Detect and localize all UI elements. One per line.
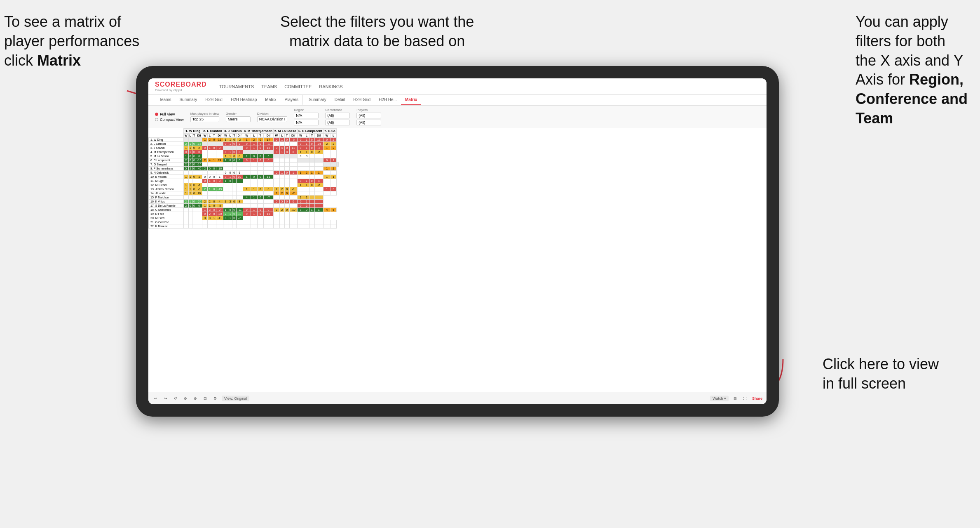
table-row: 17. S De La Fuente2000110-802 [149, 204, 339, 208]
region-filter: Region N/A N/A [294, 108, 319, 125]
players-select-2[interactable]: (All) [356, 120, 381, 125]
refresh-btn[interactable]: ↺ [172, 396, 179, 401]
nav-rankings[interactable]: RANKINGS [319, 83, 342, 90]
sub-nav: Teams Summary H2H Grid H2H Heatmap Matri… [148, 95, 767, 106]
table-row: 10. B Valdes11010001010101001111 [149, 175, 339, 179]
logo: SCOREBOARD Powered by clippd [155, 81, 207, 92]
table-row: 21. G Coetzee [149, 220, 339, 224]
division-filter: Division NCAA Division I [257, 112, 288, 122]
table-row: 9. N Gabrelcik000901011211 [149, 171, 339, 175]
region-select-2[interactable]: N/A [294, 120, 319, 125]
nav-committee[interactable]: COMMITTEE [284, 83, 312, 90]
redo-btn[interactable]: ↪ [162, 396, 169, 401]
share-btn[interactable]: Share [752, 396, 762, 401]
matrix-container: 1. W Ding 2. L Clanton 3. J Koivun 4. M … [148, 128, 767, 401]
table-row: 2. L Clanton210-160102010-1010-2422 [149, 142, 339, 146]
nav-teams[interactable]: TEAMS [261, 83, 277, 90]
region-select[interactable]: N/A [294, 113, 319, 118]
max-players-select[interactable]: Top 25 [190, 116, 219, 122]
table-row: 19. D Ford020-20210-101013 [149, 212, 339, 216]
filters-row: Full View Compact View Max players in vi… [148, 106, 767, 128]
sub-header-row: WLTDif WLTDif WLTDif WLTDif WLTDif WLTDi… [149, 134, 339, 138]
table-row: 3. J Koivun110201000101304011010-312 [149, 146, 339, 150]
tab-matrix-players[interactable]: Matrix [261, 95, 280, 105]
col-header-7: 7. G Sa [323, 129, 336, 134]
tablet-screen: SCOREBOARD Powered by clippd TOURNAMENTS… [148, 78, 767, 404]
view-options: Full View Compact View [155, 112, 184, 122]
compact-view-option[interactable]: Compact View [155, 118, 184, 122]
column-header-row: 1. W Ding 2. L Clanton 3. J Koivun 4. M … [149, 129, 339, 134]
table-row: 22. K Blaauw [149, 224, 339, 229]
annotation-bottom-right: Click here to view in full screen [823, 355, 939, 394]
table-row: 14. J Lundin11010120-7 [149, 191, 339, 196]
view-label[interactable]: View: Original [222, 396, 249, 401]
tab-h2h-he[interactable]: H2H He... [375, 95, 401, 105]
table-row: 5. M La Sasso10061100100600 [149, 154, 339, 158]
fit-btn[interactable]: ⊡ [202, 396, 209, 401]
nav-tournaments[interactable]: TOURNAMENTS [219, 83, 254, 90]
full-view-radio[interactable] [155, 113, 158, 116]
table-row: 6. C Lamprecht200-16241241000010001 [149, 158, 339, 163]
conference-filter: Conference (All) (All) [325, 108, 350, 125]
annotation-top-left: To see a matrix of player performances c… [4, 12, 139, 70]
grid-btn[interactable]: ⊞ [732, 396, 739, 401]
tab-players[interactable]: Players [281, 95, 303, 105]
tab-matrix-active[interactable]: Matrix [401, 95, 421, 105]
col-header-3: 3. J Koivun [223, 129, 243, 134]
compact-view-radio[interactable] [155, 118, 158, 121]
fullscreen-btn[interactable]: ⛶ [742, 396, 749, 401]
tab-h2h-grid[interactable]: H2H Grid [201, 95, 227, 105]
col-header-1: 1. W Ding [184, 129, 202, 134]
col-header-5: 5. M La Sasso [273, 129, 297, 134]
zoom-in-btn[interactable]: ⊕ [192, 396, 199, 401]
players-select[interactable]: (All) [356, 113, 381, 118]
tab-summary[interactable]: Summary [175, 95, 201, 105]
full-view-option[interactable]: Full View [155, 112, 184, 116]
matrix-table: 1. W Ding 2. L Clanton 3. J Koivun 4. M … [148, 128, 339, 229]
table-row: 18. C Sherwood1300100-110100220-10301145 [149, 208, 339, 212]
col-header-2: 2. L Clanton [202, 129, 223, 134]
settings-btn[interactable]: ⚙ [212, 396, 218, 401]
table-row: 13. J Skov Olesen110-3210-191100220-113 [149, 187, 339, 191]
table-row: 1. W Ding12011110-212017010-60101302 [149, 138, 339, 142]
table-row: 8. P Summerhays520-45200-1612 [149, 167, 339, 171]
undo-btn[interactable]: ↩ [152, 396, 159, 401]
table-row: 15. P Maichon410-722 [149, 196, 339, 200]
table-row: 4. M Thorbjornsen010001000100110-6 [149, 150, 339, 154]
tab-h2h-heatmap[interactable]: H2H Heatmap [227, 95, 261, 105]
tablet-frame: SCOREBOARD Powered by clippd TOURNAMENTS… [136, 66, 779, 417]
tab-players-summary[interactable]: Summary [305, 95, 331, 105]
annotation-top-right: You can apply filters for both the X axi… [856, 12, 968, 128]
table-row: 11. M Ege0100100104 [149, 179, 339, 183]
zoom-out-btn[interactable]: ⊖ [182, 396, 189, 401]
tab-detail[interactable]: Detail [331, 95, 349, 105]
col-header-6: 6. C Lamprecht [297, 129, 323, 134]
max-players-filter: Max players in view Top 25 [190, 112, 219, 122]
col-header-4: 4. M Thorbjornsen [243, 129, 273, 134]
main-nav[interactable]: TOURNAMENTS TEAMS COMMITTEE RANKINGS [219, 83, 343, 90]
annotation-top-center: Select the filters you want the matrix d… [280, 12, 474, 51]
gender-filter: Gender Men's [226, 112, 251, 122]
watch-btn[interactable]: Watch ▾ [710, 396, 729, 401]
app-header: SCOREBOARD Powered by clippd TOURNAMENTS… [148, 78, 767, 95]
bottom-toolbar: ↩ ↪ ↺ ⊖ ⊕ ⊡ ⚙ View: Original Watch ▾ ⊞ ⛶… [148, 392, 767, 404]
table-row: 7. G Sargent200-15 [149, 163, 339, 167]
table-row: 16. K Vilips210-2522043308050001 [149, 200, 339, 204]
table-row: 12. M Riedel110-6110-6 [149, 183, 339, 187]
tab-h2h-grid-2[interactable]: H2H Grid [349, 95, 375, 105]
conference-select-2[interactable]: (All) [325, 120, 350, 125]
table-row: 20. M Ford331-11310-7 [149, 216, 339, 220]
conference-select[interactable]: (All) [325, 113, 350, 118]
tab-teams[interactable]: Teams [155, 95, 175, 105]
gender-select[interactable]: Men's [226, 116, 251, 122]
division-select[interactable]: NCAA Division I [257, 116, 288, 122]
players-filter: Players (All) (All) [356, 108, 381, 125]
